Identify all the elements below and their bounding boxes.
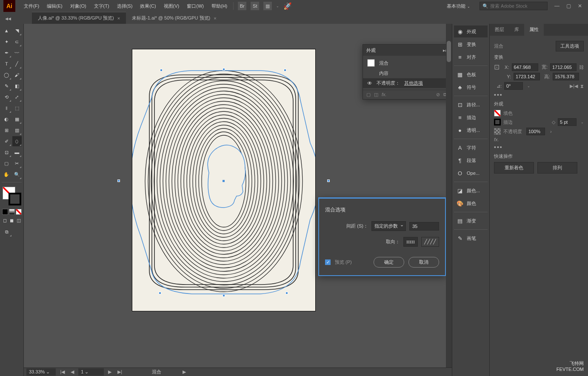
mesh-tool[interactable]: ⊞ xyxy=(2,125,11,135)
curvature-tool[interactable]: 〰 xyxy=(12,48,22,58)
rotate-input[interactable] xyxy=(504,82,523,90)
artboard-tool[interactable]: ▢ xyxy=(2,158,11,168)
doc-tab-2[interactable]: 未标题-1.ai* @ 50% (RGB/GPU 预览)× xyxy=(126,12,223,24)
preview-checkbox[interactable]: ✓ xyxy=(325,259,331,265)
scale-tool[interactable]: ⤢ xyxy=(12,92,22,102)
close-icon[interactable]: × xyxy=(117,16,120,21)
dock-transparency[interactable]: ●透明... xyxy=(454,124,488,136)
recolor-button[interactable]: 重新着色 xyxy=(494,162,534,174)
tab-properties[interactable]: 属性 xyxy=(524,24,544,36)
more-options-icon[interactable]: ••• xyxy=(494,91,584,98)
gpu-rocket-icon[interactable]: 🚀 xyxy=(283,2,292,10)
link-icon[interactable]: ⛓ xyxy=(579,65,584,70)
menu-type[interactable]: 文字(T) xyxy=(91,1,113,11)
panel-header[interactable]: 外观 ▸▸ ≡ xyxy=(363,45,452,56)
artboard-nav[interactable]: 1 ⌄ xyxy=(78,368,104,376)
shape-builder-tool[interactable]: ◐ xyxy=(2,114,11,124)
y-input[interactable] xyxy=(514,73,540,80)
prev-artboard-icon[interactable]: ◀ xyxy=(69,369,76,375)
minimize-button[interactable]: — xyxy=(554,3,559,9)
new-fill-icon[interactable]: ◫ xyxy=(374,92,378,97)
stroke-swatch[interactable] xyxy=(494,119,501,125)
tab-libraries[interactable]: 库 xyxy=(509,24,524,36)
free-transform-tool[interactable]: ⬚ xyxy=(12,103,22,113)
cancel-button[interactable]: 取消 xyxy=(408,257,439,268)
opacity-input[interactable] xyxy=(526,128,545,135)
bridge-icon[interactable]: Br xyxy=(238,2,246,10)
menu-window[interactable]: 窗口(W) xyxy=(183,1,207,11)
type-tool[interactable]: T xyxy=(2,59,11,69)
rotate-tool[interactable]: ⟲ xyxy=(2,92,11,102)
tool-options-button[interactable]: 工具选项 xyxy=(556,41,584,51)
ok-button[interactable]: 确定 xyxy=(374,257,404,268)
symbol-sprayer-tool[interactable]: ⊡ xyxy=(2,147,11,157)
width-input[interactable] xyxy=(550,63,577,71)
blend-tool[interactable]: ⬯ xyxy=(12,136,22,146)
stock-icon[interactable]: St xyxy=(251,2,259,10)
appearance-item[interactable]: 内容 xyxy=(363,68,452,78)
new-stroke-icon[interactable]: ▢ xyxy=(366,92,371,97)
direct-selection-tool[interactable]: ◥ xyxy=(12,26,22,36)
paintbrush-tool[interactable]: 🖌 xyxy=(12,70,22,80)
next-artboard-icon[interactable]: ▶ xyxy=(106,369,113,375)
none-mode[interactable] xyxy=(16,209,22,215)
zoom-tool[interactable]: 🔍 xyxy=(12,169,22,179)
magic-wand-tool[interactable]: ✦ xyxy=(2,37,11,47)
dock-color-guide[interactable]: ◪颜色... xyxy=(454,185,488,197)
zoom-select[interactable]: 33.33% ⌄ xyxy=(26,368,56,376)
dock-stroke[interactable]: ≡描边 xyxy=(454,111,488,123)
search-stock-input[interactable]: 🔍 搜索 Adobe Stock xyxy=(480,2,548,10)
more-options-icon[interactable]: ••• xyxy=(494,144,584,151)
scroll-right-icon[interactable]: ▶ xyxy=(181,369,188,375)
appearance-item[interactable]: 👁不透明度：其他选项 xyxy=(363,78,452,88)
draw-normal[interactable]: ◻ xyxy=(2,217,8,223)
menu-view[interactable]: 视图(V) xyxy=(160,1,183,11)
menu-effect[interactable]: 效果(C) xyxy=(137,1,159,11)
align-to-page-button[interactable]: ɪɪɪɪɪ xyxy=(403,237,418,247)
x-input[interactable] xyxy=(512,63,538,71)
eraser-tool[interactable]: ◧ xyxy=(12,81,22,91)
last-artboard-icon[interactable]: ▶| xyxy=(116,369,124,375)
dock-gradient[interactable]: ▤渐变 xyxy=(454,215,488,227)
canvas[interactable]: 外观 ▸▸ ≡ 混合 内容 👁不透明度：其他选项 ▢ ◫ fx. ⊘ ⧉ 🗑 xyxy=(24,24,452,376)
stroke-width-input[interactable] xyxy=(558,118,577,126)
workspace-switcher[interactable]: 基本功能⌄ xyxy=(443,1,474,11)
draw-behind[interactable]: ◼ xyxy=(9,217,15,223)
menu-object[interactable]: 对象(O) xyxy=(67,1,90,11)
line-tool[interactable]: ╱ xyxy=(12,59,22,69)
menu-select[interactable]: 选择(S) xyxy=(114,1,136,11)
first-artboard-icon[interactable]: |◀ xyxy=(58,369,66,375)
eyedropper-tool[interactable]: ✐ xyxy=(2,136,11,146)
shaper-tool[interactable]: ✎ xyxy=(2,81,11,91)
dock-paragraph[interactable]: ¶段落 xyxy=(454,154,488,166)
spacing-mode-select[interactable]: 指定的步数 xyxy=(371,221,406,231)
dock-align[interactable]: ≡对齐 xyxy=(454,51,488,63)
tab-layers[interactable]: 图层 xyxy=(490,24,509,36)
dock-appearance[interactable]: ◉外观 xyxy=(454,26,488,37)
reference-point-icon[interactable]: ⊡ xyxy=(494,63,500,71)
arrange-docs-icon[interactable]: ▥ xyxy=(263,2,272,10)
clear-icon[interactable]: ⊘ xyxy=(436,92,440,97)
doc-tab-1[interactable]: 人像.ai* @ 33.33% (RGB/GPU 预览)× xyxy=(32,12,126,24)
dock-symbols[interactable]: ♣符号 xyxy=(454,81,488,93)
dock-swatches[interactable]: ▦色板 xyxy=(454,68,488,80)
add-effect-icon[interactable]: fx. xyxy=(382,92,387,97)
selection-tool[interactable]: ▲ xyxy=(2,26,11,36)
lasso-tool[interactable]: ⊂ xyxy=(12,37,22,47)
pen-tool[interactable]: ✒ xyxy=(2,48,11,58)
graph-tool[interactable]: ▬ xyxy=(12,147,22,157)
opacity-swatch[interactable] xyxy=(494,128,501,135)
fill-swatch[interactable] xyxy=(494,110,501,117)
close-button[interactable]: ✕ xyxy=(578,3,582,9)
appearance-item[interactable]: 混合 xyxy=(363,57,452,68)
visibility-icon[interactable]: 👁 xyxy=(367,80,372,86)
arrange-button[interactable]: 排列 xyxy=(537,162,577,174)
align-to-path-button[interactable]: ╱╱╱╱ xyxy=(421,237,439,247)
dock-transform[interactable]: ⊞变换 xyxy=(454,38,488,50)
screen-mode[interactable]: ⧉ xyxy=(2,227,12,237)
vertical-scrollbar[interactable] xyxy=(446,24,452,367)
fill-stroke-swatch[interactable] xyxy=(3,187,21,205)
slice-tool[interactable]: ✂ xyxy=(12,158,22,168)
width-tool[interactable]: ⫴ xyxy=(2,103,11,113)
dock-character[interactable]: A字符 xyxy=(454,142,488,154)
